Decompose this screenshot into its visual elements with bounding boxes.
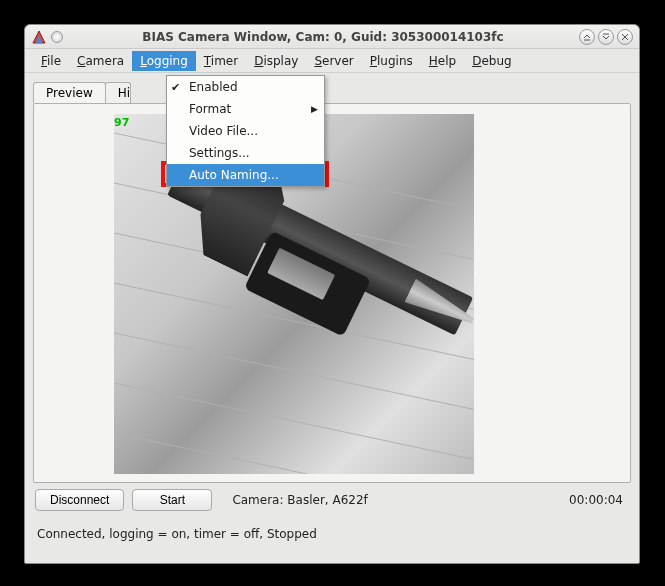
application-window: BIAS Camera Window, Cam: 0, Guid: 305300… [24,24,640,564]
maximize-button[interactable] [598,29,614,45]
check-icon: ✔ [171,81,180,94]
menu-logging[interactable]: Logging [132,51,196,71]
window-title: BIAS Camera Window, Cam: 0, Guid: 305300… [67,30,579,44]
start-button[interactable]: Start [132,489,212,511]
tab-preview[interactable]: Preview [33,82,106,103]
app-icon [31,29,47,45]
menu-plugins[interactable]: Plugins [362,51,421,71]
menu-item-format[interactable]: Format ▶ [167,98,324,120]
menu-file[interactable]: File [33,51,69,71]
menu-camera[interactable]: Camera [69,51,132,71]
preview-panel: 97 [33,103,631,483]
close-button[interactable] [617,29,633,45]
menu-item-enabled[interactable]: ✔ Enabled [167,76,324,98]
menu-timer[interactable]: Timer [196,51,246,71]
menu-item-video-file[interactable]: Video File... [167,120,324,142]
bottom-toolbar: Disconnect Start Camera: Basler, A622f 0… [33,483,631,517]
menu-help[interactable]: Help [421,51,464,71]
menu-item-auto-naming[interactable]: Auto Naming... [167,164,324,186]
window-pin-icon[interactable] [51,31,63,43]
submenu-arrow-icon: ▶ [311,104,318,114]
menu-item-settings[interactable]: Settings... [167,142,324,164]
window-controls [579,29,633,45]
titlebar[interactable]: BIAS Camera Window, Cam: 0, Guid: 305300… [25,25,639,49]
menubar: File Camera Logging Timer Display Server… [25,49,639,73]
tabs-row: Preview His [33,81,631,103]
disconnect-button[interactable]: Disconnect [35,489,124,511]
fps-overlay: 97 [114,116,134,129]
camera-info-label: Camera: Basler, A622f [232,493,367,507]
elapsed-time-label: 00:00:04 [569,493,629,507]
menu-display[interactable]: Display [246,51,306,71]
tab-histogram[interactable]: His [105,82,131,103]
client-area: Preview His 97 [25,73,639,551]
logging-dropdown: ✔ Enabled Format ▶ Video File... Setting… [166,75,325,187]
menu-server[interactable]: Server [306,51,361,71]
minimize-button[interactable] [579,29,595,45]
status-bar: Connected, logging = on, timer = off, St… [33,517,631,547]
menu-debug[interactable]: Debug [464,51,519,71]
